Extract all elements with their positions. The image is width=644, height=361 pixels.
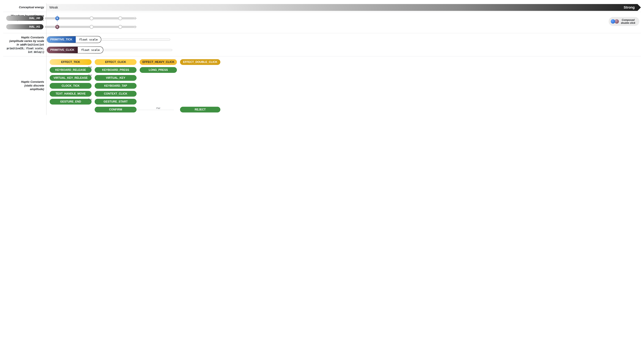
chip-gesture-end: GESTURE_END <box>50 99 92 105</box>
chip-effect-tick: EFFECT_TICK <box>50 59 92 65</box>
chip-text-handle-move: TEXT_HANDLE_MOVE <box>50 91 92 97</box>
chip-effect-double-click: EFFECT_DOUBLE_CLICK <box>180 59 220 65</box>
primitive-click-scale: float scale <box>78 47 103 53</box>
chip-keyboard-press: KEYBOARD_PRESS <box>95 67 136 73</box>
hal-h0-pill: HAL_H0 <box>6 16 44 21</box>
dot-blue-icon <box>611 19 615 24</box>
composed-double-click-pill: Composed double click <box>608 17 639 26</box>
hal-h0-marker-s: S <box>55 16 59 20</box>
primitive-tick-scale: float scale <box>76 37 101 43</box>
chip-clock-tick: CLOCK_TICK <box>50 83 92 89</box>
chip-keyboard-tap: KEYBOARD_TAP <box>95 83 136 89</box>
chip-reject: REJECT <box>180 107 220 113</box>
chip-virtual-key: VIRTUAL_KEY <box>95 75 136 81</box>
chip-keyboard-release: KEYBOARD_RELEASE <box>50 67 92 73</box>
arrowhead-icon <box>135 25 137 29</box>
energy-weak-label: Weak <box>49 6 58 10</box>
chip-long-press: LONG_PRESS <box>140 67 177 73</box>
hal-h0-stop-3 <box>118 16 122 20</box>
primitive-click-row: PRIMITIVE_CLICK float scale <box>46 47 641 54</box>
primitive-tick-track <box>100 39 170 41</box>
primitive-tick-row: PRIMITIVE_TICK float scale <box>46 36 641 43</box>
hal-h1-pill: HAL_H1 <box>6 24 44 29</box>
hal-h0-track: S <box>45 17 135 20</box>
arrowhead-icon <box>135 17 137 20</box>
chip-virtual-key-release: VIRTUAL_KEY_RELEASE <box>50 75 92 81</box>
label-constants-section: Haptic Constants (static discrete amplit… <box>3 56 45 115</box>
label-conceptual-energy: Conceptual energy <box>3 3 45 12</box>
chip-effect-heavy-click: EFFECT_HEAVY_CLICK <box>140 59 177 65</box>
hal-h1-stop-3 <box>118 25 122 29</box>
hal-h1-marker-s: S <box>55 25 59 29</box>
arrowhead-icon <box>638 4 641 11</box>
chip-effect-click: EFFECT_CLICK <box>95 59 136 65</box>
hal-h0-row: HAL_H0 S <box>6 16 641 21</box>
hal-h1-stop-2 <box>90 25 94 29</box>
chip-confirm: CONFIRM <box>95 107 136 113</box>
hal-h1-row: HAL_H1 S <box>6 24 641 29</box>
hal-h0-stop-2 <box>90 16 94 20</box>
hal-h1-track: S <box>45 26 135 28</box>
dot-maroon-icon <box>614 19 619 24</box>
primitive-tick-chip: PRIMITIVE_TICK <box>47 36 76 43</box>
label-primitives-section: Haptic Constants (amplitude varies by sc… <box>3 33 45 56</box>
primitive-click-chip: PRIMITIVE_CLICK <box>47 47 78 53</box>
label-text: Conceptual energy <box>19 6 44 9</box>
energy-gradient-bar: Weak Strong <box>46 4 641 11</box>
code-addprimitive: addPrimitive(int primitiveID, float scal… <box>7 43 44 54</box>
energy-strong-label: Strong <box>624 6 635 10</box>
primitive-click-track <box>102 49 172 51</box>
chip-gesture-start: GESTURE_START <box>95 99 136 105</box>
chip-context-click: CONTEXT_CLICK <box>95 91 136 97</box>
label-hal-section: Waveform by continuous amplitude scale i… <box>3 12 45 33</box>
